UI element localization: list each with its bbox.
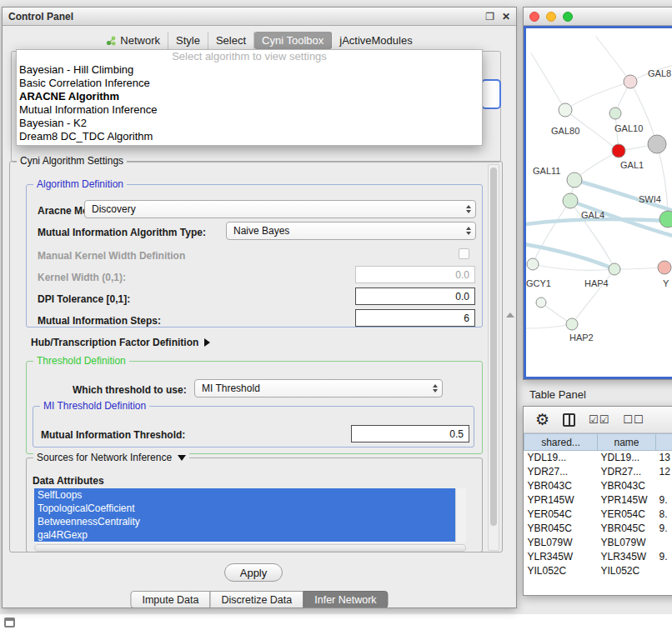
minimize-traffic-light-icon[interactable]	[546, 12, 556, 22]
table-cell[interactable]: YBR043C	[524, 479, 598, 493]
network-node[interactable]	[612, 144, 625, 158]
sources-group-title[interactable]: Sources for Network Inference	[33, 452, 189, 463]
apply-button[interactable]: Apply	[224, 563, 283, 582]
attribute-list-scrollbar[interactable]	[455, 488, 466, 542]
table-cell[interactable]: 8.	[656, 508, 672, 522]
table-cell[interactable]: YBR045C	[524, 522, 598, 536]
table-cell[interactable]	[656, 536, 672, 550]
table-cell[interactable]: YBL079W	[598, 536, 656, 550]
control-panel-titlebar[interactable]: Control Panel ❐ ✕	[3, 8, 516, 26]
table-row[interactable]: YER054CYER054C8.	[524, 508, 672, 522]
algorithm-combobox-fragment[interactable]	[481, 79, 501, 109]
table-row[interactable]: YDR27...YDR27...12	[524, 465, 672, 479]
network-edge[interactable]	[526, 324, 572, 328]
network-canvas[interactable]: GAL8GAL80GAL10GAL11GAL1SWI4GAL4GCY1HAP4Y…	[524, 26, 672, 379]
tab-style[interactable]: Style	[168, 32, 208, 49]
column-header[interactable]: name	[598, 434, 656, 451]
table-cell[interactable]: 9.	[656, 550, 672, 564]
mi-threshold-input[interactable]: 0.5	[351, 425, 469, 442]
dpi-tolerance-input[interactable]: 0.0	[355, 288, 475, 305]
settings-scrollbar[interactable]	[488, 164, 499, 551]
expand-arrow-icon[interactable]	[204, 338, 210, 347]
network-edge[interactable]	[565, 82, 630, 110]
table-cell[interactable]: YDR27...	[598, 465, 656, 479]
table-cell[interactable]: YBR043C	[598, 479, 656, 493]
table-cell[interactable]: 12	[656, 465, 672, 479]
tab-infer-network[interactable]: Infer Network	[303, 591, 388, 608]
columns-icon[interactable]	[563, 413, 575, 427]
tab-jactivemodules[interactable]: jActiveModules	[332, 32, 419, 49]
collapse-arrow-icon[interactable]	[178, 455, 186, 461]
tab-cyni-toolbox[interactable]: Cyni Toolbox	[254, 32, 332, 49]
table-cell[interactable]: 13	[656, 451, 672, 465]
network-node[interactable]	[566, 318, 578, 330]
table-cell[interactable]: YBR045C	[598, 522, 656, 536]
network-edge[interactable]	[572, 269, 614, 324]
tab-discretize-data[interactable]: Discretize Data	[210, 591, 304, 608]
network-node[interactable]	[536, 298, 546, 308]
table-row[interactable]: YPR145WYPR145W9.	[524, 493, 672, 508]
network-edge[interactable]	[526, 219, 672, 225]
table-cell[interactable]: YLR345W	[524, 550, 598, 564]
gear-icon[interactable]: ⚙	[535, 412, 549, 428]
table-cell[interactable]: YPR145W	[598, 493, 656, 508]
algorithm-option[interactable]: Dream8 DC_TDC Algorithm	[17, 130, 482, 143]
column-header[interactable]	[656, 434, 672, 451]
table-cell[interactable]: YER054C	[598, 508, 656, 522]
table-cell[interactable]: YBL079W	[524, 536, 598, 550]
network-node[interactable]	[563, 193, 578, 208]
table-cell[interactable]: YIL052C	[598, 564, 656, 578]
attribute-item[interactable]: gal4RGexp	[34, 528, 455, 542]
table-row[interactable]: YDL19...YDL19...13	[524, 451, 672, 465]
network-node[interactable]	[527, 258, 539, 270]
network-node[interactable]	[567, 172, 582, 188]
table-cell[interactable]: 9.	[656, 522, 672, 536]
select-all-checkboxes-icon[interactable]: ☑☑	[589, 413, 609, 426]
float-window-icon[interactable]: ❐	[485, 12, 494, 22]
network-node[interactable]	[624, 75, 637, 88]
network-node[interactable]	[659, 211, 672, 228]
aracne-mode-select[interactable]: Discovery	[84, 200, 476, 218]
scrollbar-thumb[interactable]	[490, 168, 497, 526]
tab-select[interactable]: Select	[208, 32, 254, 49]
algorithm-option[interactable]: Mutual Information Inference	[17, 103, 482, 117]
table-row[interactable]: YLR345WYLR345W9.	[524, 550, 672, 564]
table-row[interactable]: YIL052CYIL052C	[524, 564, 672, 578]
network-node[interactable]	[609, 263, 620, 275]
network-node[interactable]	[658, 261, 671, 274]
network-node[interactable]	[559, 103, 572, 117]
panel-collapse-handle[interactable]	[506, 312, 514, 318]
attribute-item[interactable]: TopologicalCoefficient	[34, 502, 455, 515]
kernel-width-input[interactable]: 0.0	[355, 266, 475, 283]
table-cell[interactable]: YLR345W	[598, 550, 656, 564]
algorithm-option[interactable]: Bayesian - K2	[17, 117, 482, 130]
mi-steps-input[interactable]: 6	[355, 309, 475, 327]
table-cell[interactable]: YER054C	[524, 508, 598, 522]
zoom-traffic-light-icon[interactable]	[563, 12, 573, 22]
attribute-list-hscrollbar[interactable]	[34, 544, 466, 552]
column-header[interactable]: shared...	[524, 434, 598, 451]
network-edge[interactable]	[596, 37, 630, 82]
hub-definition-row[interactable]: Hub/Transcription Factor Definition	[31, 337, 210, 348]
table-cell[interactable]	[656, 479, 672, 493]
network-edge[interactable]	[531, 53, 565, 110]
network-edge[interactable]	[614, 268, 664, 269]
tab-network[interactable]: Network	[98, 32, 168, 49]
table-cell[interactable]: YDL19...	[598, 451, 656, 465]
attribute-item[interactable]: BetweennessCentrality	[34, 515, 455, 528]
tab-impute-data[interactable]: Impute Data	[130, 591, 210, 608]
table-row[interactable]: YBR043CYBR043C	[524, 479, 672, 493]
network-window-titlebar[interactable]	[524, 8, 672, 26]
deselect-all-checkboxes-icon[interactable]: ☐☐	[623, 413, 644, 426]
algorithm-option[interactable]: ARACNE Algorithm	[17, 90, 482, 103]
table-cell[interactable]: 9.	[656, 493, 672, 508]
network-edge[interactable]	[574, 151, 619, 180]
table-row[interactable]: YBR045CYBR045C9.	[524, 522, 672, 536]
table-cell[interactable]: YIL052C	[524, 564, 598, 578]
close-traffic-light-icon[interactable]	[529, 12, 539, 22]
algorithm-option[interactable]: Bayesian - Hill Climbing	[17, 63, 482, 77]
algorithm-option[interactable]: Basic Correlation Inference	[17, 77, 482, 90]
network-node[interactable]	[648, 135, 666, 153]
which-threshold-select[interactable]: MI Threshold	[194, 379, 443, 398]
network-svg[interactable]: GAL8GAL80GAL10GAL11GAL1SWI4GAL4GCY1HAP4Y…	[526, 28, 672, 377]
